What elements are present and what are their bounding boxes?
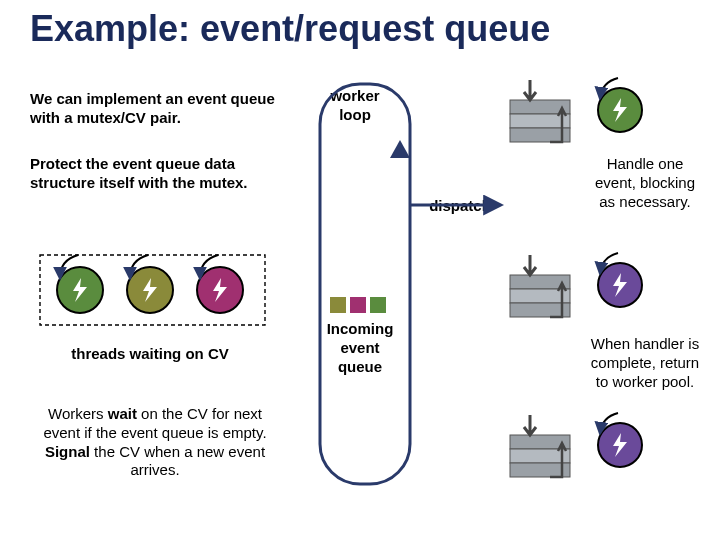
svg-rect-6 (330, 297, 346, 313)
queue-glyph-3 (510, 415, 570, 477)
worker-3 (598, 413, 642, 467)
queue-glyph-2 (510, 255, 570, 317)
waiting-thread-3 (197, 255, 243, 313)
waiting-thread-1 (57, 255, 103, 313)
loop-arrowhead (390, 140, 410, 158)
worker-loop-outline (320, 84, 410, 484)
queue-glyph-1 (510, 80, 570, 142)
worker-1 (598, 78, 642, 132)
waiting-thread-2 (127, 255, 173, 313)
svg-rect-7 (350, 297, 366, 313)
incoming-events (330, 297, 386, 313)
svg-rect-8 (370, 297, 386, 313)
worker-2 (598, 253, 642, 307)
